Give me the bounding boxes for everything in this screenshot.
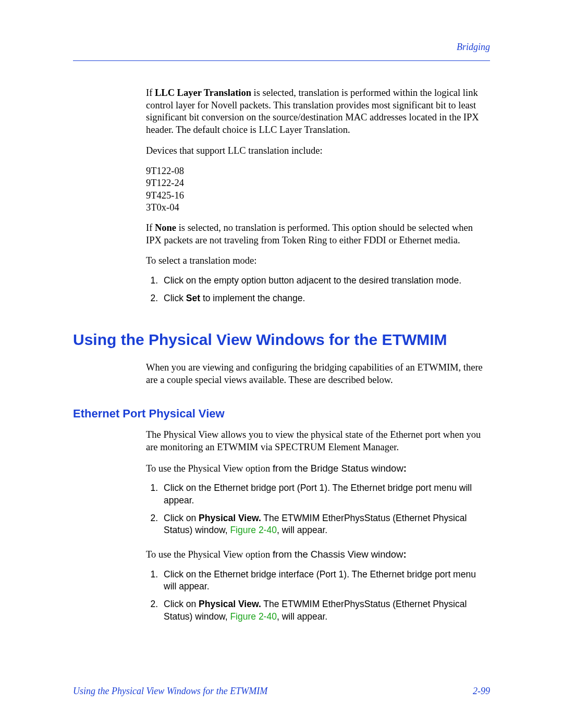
bold-text: Set <box>186 293 200 303</box>
body-column: If LLC Layer Translation is selected, tr… <box>146 87 490 304</box>
page: Bridging If LLC Layer Translation is sel… <box>0 0 563 728</box>
steps-chassis-view: Click on the Ethernet bridge interface (… <box>161 569 490 623</box>
paragraph-instruction: To use the Physical View option from the… <box>146 462 490 475</box>
text: To use the Physical View option <box>146 549 273 560</box>
footer-section-title: Using the Physical View Windows for the … <box>73 686 267 697</box>
steps-bridge-status: Click on the Ethernet bridge port (Port … <box>161 482 490 537</box>
text: If <box>146 88 155 98</box>
text: from the Bridge Status window <box>273 463 403 474</box>
text: to implement the change. <box>200 293 305 303</box>
paragraph: The Physical View allows you to view the… <box>146 429 490 453</box>
text: from the Chassis View window <box>273 549 403 560</box>
step-item: Click on the Ethernet bridge interface (… <box>161 569 490 593</box>
heading-level-2: Ethernet Port Physical View <box>73 407 490 421</box>
body-column: The Physical View allows you to view the… <box>146 429 490 623</box>
list-item: 3T0x-04 <box>146 202 490 214</box>
paragraph-devices-intro: Devices that support LLC translation inc… <box>146 145 490 157</box>
step-item: Click on the Ethernet bridge port (Port … <box>161 482 490 507</box>
text: is selected, no translation is performed… <box>146 223 473 245</box>
list-item: 9T122-24 <box>146 177 490 189</box>
step-item: Click on the empty option button adjacen… <box>161 275 490 287</box>
figure-reference-link[interactable]: Figure 2-40 <box>230 611 277 622</box>
bold-text: None <box>155 223 176 233</box>
text: : <box>403 549 406 560</box>
paragraph-none: If None is selected, no translation is p… <box>146 222 490 246</box>
step-item: Click on Physical View. The ETWMIM Ether… <box>161 512 490 537</box>
text: If <box>146 223 155 233</box>
paragraph-instruction: To use the Physical View option from the… <box>146 548 490 561</box>
text: Click on <box>164 513 199 523</box>
text: , will appear. <box>277 611 327 622</box>
list-item: 9T122-08 <box>146 165 490 177</box>
step-item: Click Set to implement the change. <box>161 292 490 305</box>
bold-text: Physical View. <box>199 599 261 609</box>
header-rule <box>73 60 490 61</box>
figure-reference-link[interactable]: Figure 2-40 <box>230 525 277 535</box>
page-footer: Using the Physical View Windows for the … <box>73 686 490 697</box>
text: To use the Physical View option <box>146 463 273 474</box>
steps-translation-mode: Click on the empty option button adjacen… <box>161 275 490 304</box>
step-item: Click on Physical View. The ETWMIM Ether… <box>161 598 490 623</box>
header-section-link[interactable]: Bridging <box>457 42 490 53</box>
page-number: 2-99 <box>473 686 490 697</box>
page-header: Bridging <box>73 42 490 57</box>
device-list: 9T122-08 9T122-24 9T425-16 3T0x-04 <box>146 165 490 214</box>
paragraph: When you are viewing and configuring the… <box>146 362 490 386</box>
text: : <box>403 463 407 474</box>
paragraph-instruction: To select a translation mode: <box>146 255 490 267</box>
list-item: 9T425-16 <box>146 190 490 202</box>
text: , will appear. <box>277 525 327 535</box>
heading-level-1: Using the Physical View Windows for the … <box>73 330 490 349</box>
text: Click <box>164 293 186 303</box>
bold-text: Physical View. <box>199 513 261 523</box>
body-column: When you are viewing and configuring the… <box>146 362 490 386</box>
text: Click on <box>164 599 199 609</box>
paragraph-llc: If LLC Layer Translation is selected, tr… <box>146 87 490 137</box>
bold-text: LLC Layer Translation <box>155 88 251 98</box>
